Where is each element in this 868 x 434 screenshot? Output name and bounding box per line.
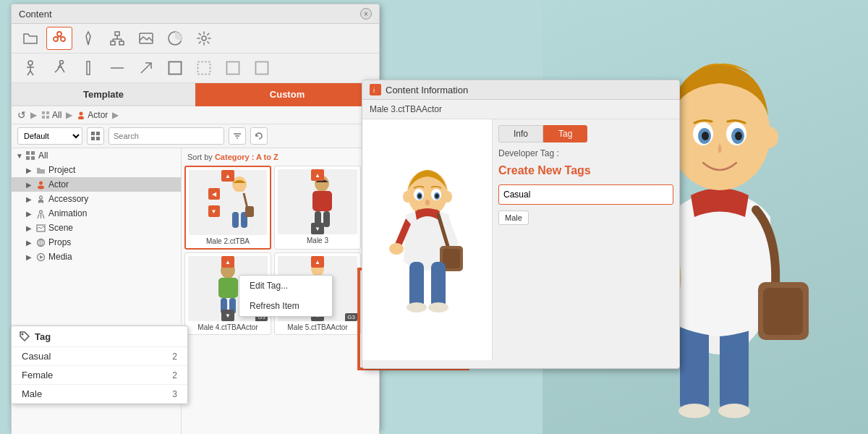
sort-bar: Sort by Category : A to Z xyxy=(184,151,376,163)
box4-icon[interactable] xyxy=(249,56,275,80)
image-icon[interactable] xyxy=(133,27,159,50)
refresh-item-menu-item[interactable]: Refresh Item xyxy=(239,296,332,316)
tag-input[interactable] xyxy=(498,184,673,205)
tag-panel: Tag Casual 2 Female 2 Male 3 xyxy=(11,326,188,404)
info-tab-info[interactable]: Info xyxy=(498,125,543,142)
svg-point-111 xyxy=(22,333,24,336)
svg-rect-62 xyxy=(31,151,35,155)
refresh-button[interactable] xyxy=(250,127,268,145)
character-icon[interactable] xyxy=(46,27,72,50)
tree-item-project[interactable]: ▶ Project xyxy=(12,163,181,177)
scroll-up-button-2[interactable]: ▲ xyxy=(311,169,324,181)
svg-point-13 xyxy=(702,132,709,140)
tree-item-all[interactable]: ▼ All xyxy=(12,148,181,163)
tag-row-female[interactable]: Female 2 xyxy=(12,366,187,385)
nav-actor-label[interactable]: Actor xyxy=(88,110,108,120)
tree-item-media[interactable]: ▶ Media xyxy=(12,250,181,264)
content-panel-title: Content xyxy=(19,9,52,20)
svg-text:i: i xyxy=(373,87,375,93)
tree-arrow-all: ▼ xyxy=(16,152,23,160)
tag-chip-male[interactable]: Male xyxy=(498,210,529,225)
nav-all-label[interactable]: All xyxy=(52,110,61,120)
svg-point-67 xyxy=(40,196,43,199)
tag-row-casual[interactable]: Casual 2 xyxy=(12,347,187,366)
tree-arrow-animation: ▶ xyxy=(26,210,33,218)
tree-item-actor[interactable]: ▶ Actor xyxy=(12,177,181,192)
tree-item-accessory[interactable]: ▶ Accessory xyxy=(12,192,181,206)
svg-rect-55 xyxy=(96,132,100,135)
tree-item-animation[interactable]: ▶ Animation xyxy=(12,206,181,221)
svg-rect-49 xyxy=(46,111,49,114)
nav-down-button-2[interactable]: ▼ xyxy=(221,310,234,321)
svg-rect-25 xyxy=(111,41,115,45)
grid-item-male3[interactable]: ▲ ▼ Male 3 xyxy=(274,166,361,250)
tag-row-male[interactable]: Male 3 xyxy=(12,385,187,404)
svg-rect-54 xyxy=(91,132,95,135)
context-menu: Edit Tag... Refresh Item xyxy=(239,275,333,317)
svg-rect-106 xyxy=(443,249,460,268)
tie-icon[interactable] xyxy=(75,27,101,50)
folder-icon[interactable] xyxy=(17,27,43,50)
hierarchy-icon[interactable] xyxy=(104,27,130,50)
nav-right-button[interactable]: ▼ xyxy=(208,205,220,217)
toolbar-row-2 xyxy=(12,54,379,83)
box3-icon[interactable] xyxy=(220,56,246,80)
nav-left-button[interactable]: ◀ xyxy=(208,188,220,200)
svg-point-109 xyxy=(407,302,427,312)
info-panel-header: i Content Information xyxy=(362,80,679,100)
content-panel-close-button[interactable]: × xyxy=(360,8,372,20)
tag-panel-label: Tag xyxy=(35,331,51,342)
accessory-tree-icon xyxy=(36,195,46,204)
tag-count-casual: 2 xyxy=(172,352,177,362)
scroll-up-button-4[interactable]: ▲ xyxy=(311,256,324,268)
tree-label-props: Props xyxy=(48,237,71,247)
arrow-diagonal-icon[interactable] xyxy=(133,56,159,80)
svg-rect-26 xyxy=(119,41,124,45)
column-icon[interactable] xyxy=(75,56,101,80)
content-panel-header: Content × xyxy=(12,4,379,24)
tree-arrow-accessory: ▶ xyxy=(26,195,33,203)
svg-line-22 xyxy=(57,36,59,38)
nav-down-button[interactable]: ▼ xyxy=(311,223,324,234)
edit-tag-menu-item[interactable]: Edit Tag... xyxy=(239,276,332,296)
grid-item-label-male4: Male 4.ctTBAActor xyxy=(188,323,268,331)
view-icon-button[interactable] xyxy=(87,127,104,145)
tab-template[interactable]: Template xyxy=(12,83,195,106)
scroll-up-button-3[interactable]: ▲ xyxy=(221,256,234,268)
filter-options-button[interactable] xyxy=(229,127,246,145)
tree-item-scene[interactable]: ▶ Scene xyxy=(12,221,181,235)
tree-label-actor: Actor xyxy=(48,179,69,190)
svg-point-14 xyxy=(735,132,742,140)
line-icon[interactable] xyxy=(104,56,130,80)
svg-rect-24 xyxy=(115,32,119,35)
person-stand-icon[interactable] xyxy=(17,56,43,80)
gear-icon[interactable] xyxy=(191,27,217,50)
svg-rect-76 xyxy=(232,212,239,228)
svg-rect-47 xyxy=(255,61,268,74)
nav-bar: ↺ ▶ All ▶ Actor ▶ xyxy=(12,106,379,124)
filter-select[interactable]: Default Name A-Z Name Z-A xyxy=(17,127,82,145)
box1-icon[interactable] xyxy=(162,56,188,80)
info-preview xyxy=(362,119,493,360)
walk-icon[interactable] xyxy=(46,56,72,80)
tree-arrow-project: ▶ xyxy=(26,166,33,174)
tab-custom[interactable]: Custom xyxy=(195,83,379,106)
svg-rect-50 xyxy=(42,116,45,119)
info-tabs: Info Tag xyxy=(498,125,673,142)
search-input[interactable] xyxy=(109,127,224,145)
toolbar-row-1 xyxy=(12,24,379,54)
grid-item-male2[interactable]: ▲ ◀ ▼ xyxy=(184,166,271,250)
svg-line-37 xyxy=(27,71,30,75)
box2-icon[interactable] xyxy=(191,56,217,80)
scroll-up-button[interactable]: ▲ xyxy=(221,170,234,182)
grid-item-preview-male3: ▲ ▼ xyxy=(278,169,357,234)
pie-chart-icon[interactable] xyxy=(162,27,188,50)
tree-item-props[interactable]: ▶ Props xyxy=(12,235,181,250)
svg-point-65 xyxy=(39,181,43,184)
info-tab-tag[interactable]: Tag xyxy=(543,125,587,142)
tree-arrow-props: ▶ xyxy=(26,239,33,247)
filter-row: Default Name A-Z Name Z-A xyxy=(12,124,379,148)
animation-tree-icon xyxy=(36,209,46,218)
nav-back-button[interactable]: ↺ xyxy=(17,109,26,121)
svg-rect-45 xyxy=(197,61,210,74)
